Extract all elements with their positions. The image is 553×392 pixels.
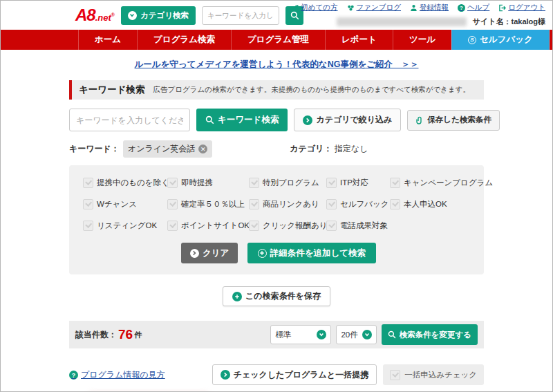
checkbox-self-apply-ok[interactable]: 本人申込OK <box>390 199 493 209</box>
selfback-s-icon: S <box>468 36 476 44</box>
checkbox-icon <box>390 370 400 380</box>
plus-icon <box>232 292 242 301</box>
link-beginner-label: 初めての方 <box>301 3 337 12</box>
sort-select[interactable]: 標準 <box>270 325 331 344</box>
link-fanblog-label: ファンブログ <box>357 3 401 12</box>
detail-search-button[interactable]: 詳細条件を追加して検索 <box>247 243 376 263</box>
section-description: 広告プログラムの検索ができます。未提携のものから提携中のものまですべて検索ができ… <box>153 85 470 95</box>
nav-item-selfback[interactable]: S セルフバック <box>451 30 550 50</box>
results-count-value: 76 <box>118 327 133 342</box>
per-page-value: 20件 <box>341 330 357 340</box>
nav-tool-label: ツール <box>409 34 435 46</box>
logo-suffix: .net <box>95 12 111 23</box>
checkbox-click-reward[interactable]: クリック報酬あり <box>249 221 326 231</box>
keyword-tag-text: オンライン英会話 <box>128 143 195 155</box>
checkbox-confirm-rate-50[interactable]: 確定率５０％以上 <box>167 199 249 209</box>
results-count-unit: 件 <box>134 330 142 340</box>
checkbox-w-chance[interactable]: Wチャンス <box>83 199 167 209</box>
clover-icon <box>347 4 355 12</box>
results-count-label: 該当件数： <box>75 329 117 341</box>
checkbox-phone-result[interactable]: 電話成果対象 <box>326 221 390 231</box>
change-conditions-button[interactable]: 検索条件を変更する <box>382 324 478 345</box>
checkbox-icon <box>390 199 400 209</box>
nav-report-label: レポート <box>341 34 377 46</box>
clear-button[interactable]: クリア <box>181 243 238 263</box>
checkbox-icon <box>83 221 93 231</box>
nav-program-manage-label: プログラム管理 <box>247 34 309 46</box>
category-group: カテゴリ： 指定なし <box>290 143 368 155</box>
keyword-label: キーワード： <box>69 143 120 155</box>
link-help-label: ヘルプ <box>467 3 489 12</box>
nav-program-search-label: プログラム検索 <box>153 34 215 46</box>
batch-check-toggle[interactable]: 一括申込みチェック <box>383 364 484 385</box>
paperclip-icon <box>415 116 424 124</box>
keyword-search-input[interactable] <box>69 109 190 131</box>
clear-label: クリア <box>203 248 229 259</box>
chevron-down-icon <box>128 11 137 20</box>
detail-search-label: 詳細条件を追加して検索 <box>270 248 366 259</box>
logo-registered-mark: ® <box>111 12 115 17</box>
link-logout[interactable]: ログアウト <box>498 3 545 12</box>
keyword-search-button[interactable]: キーワード検索 <box>196 109 288 131</box>
save-condition-label: この検索条件を保存 <box>245 290 321 302</box>
remove-keyword-icon[interactable]: ✕ <box>198 144 207 153</box>
checkbox-label: 電話成果対象 <box>340 221 388 231</box>
site-info-row: サイト名：takalog様 <box>291 17 545 27</box>
plus-icon <box>258 249 267 258</box>
link-help[interactable]: ? ヘルプ <box>458 3 489 12</box>
nav-item-program-manage[interactable]: プログラム管理 <box>231 30 325 50</box>
category-value: 指定なし <box>335 144 368 153</box>
header-right: 初めての方 ファンブログ 登録情報 ? ヘルプ ログアウト <box>291 3 545 27</box>
link-registration[interactable]: 登録情報 <box>410 3 449 12</box>
checkbox-label: 商品リンクあり <box>263 199 319 209</box>
site-name-label: サイト名：takalog様 <box>473 17 545 27</box>
batch-check-label: 一括申込みチェック <box>404 370 477 380</box>
link-logout-label: ログアウト <box>508 3 545 12</box>
checkbox-instant-partnership[interactable]: 即時提携 <box>167 178 249 188</box>
checkbox-special-program[interactable]: 特別プログラム <box>249 178 326 188</box>
checkbox-campaign-program[interactable]: キャンペーンプログラム <box>390 178 493 188</box>
search-icon <box>388 330 396 339</box>
main-navigation: ホーム プログラム検索 プログラム管理 レポート ツール S セルフバック <box>1 30 552 50</box>
search-row: キーワード検索 カテゴリで絞り込み 保存した検索条件 <box>69 109 484 131</box>
checkbox-label: 本人申込OK <box>404 199 447 209</box>
checkbox-listing-ok[interactable]: リスティングOK <box>83 221 167 231</box>
sort-value: 標準 <box>275 330 291 340</box>
checkbox-label: 確定率５０％以上 <box>181 199 245 209</box>
results-bar: 該当件数： 76 件 標準 20件 <box>69 321 484 348</box>
checkbox-label: Wチャンス <box>97 199 137 209</box>
rules-notice-link[interactable]: ルールを守ってメディアを運営しよう！代表的なNG事例をご紹介 ＞＞ <box>69 59 484 71</box>
arrow-right-icon <box>221 370 230 380</box>
program-info-link[interactable]: ? プログラム情報の見方 <box>69 369 165 381</box>
category-search-button[interactable]: カテゴリ検索 <box>121 6 196 25</box>
checkbox-itp-support[interactable]: ITP対応 <box>326 178 390 188</box>
link-registration-label: 登録情報 <box>420 3 449 12</box>
category-filter-button[interactable]: カテゴリで絞り込み <box>294 109 401 131</box>
logo-text: A8 <box>75 6 95 24</box>
checkbox-selfback[interactable]: セルフバック <box>326 199 390 209</box>
checkbox-pointsite-ok[interactable]: ポイントサイトOK <box>167 221 249 231</box>
link-beginner[interactable]: 初めての方 <box>291 3 337 12</box>
checkbox-label: ポイントサイトOK <box>181 221 250 231</box>
checkbox-exclude-partnered[interactable]: 提携中のものを除く <box>83 178 167 188</box>
checkbox-icon <box>249 199 259 209</box>
per-page-select[interactable]: 20件 <box>336 325 376 344</box>
nav-item-tool[interactable]: ツール <box>393 30 451 50</box>
a8net-logo[interactable]: A8.net® <box>75 6 115 25</box>
panel-buttons: クリア 詳細条件を追加して検索 <box>83 243 474 263</box>
header-keyword-input[interactable] <box>202 6 279 25</box>
search-icon <box>205 115 214 124</box>
nav-home-label: ホーム <box>95 34 121 46</box>
checkbox-label: リスティングOK <box>97 221 157 231</box>
saved-conditions-button[interactable]: 保存した検索条件 <box>407 110 500 131</box>
link-fanblog[interactable]: ファンブログ <box>347 3 401 12</box>
nav-item-program-search[interactable]: プログラム検索 <box>137 30 231 50</box>
checkbox-icon <box>326 221 337 231</box>
save-condition-button[interactable]: この検索条件を保存 <box>223 286 330 306</box>
nav-item-report[interactable]: レポート <box>325 30 393 50</box>
keyword-search-label: キーワード検索 <box>218 114 279 126</box>
batch-apply-button[interactable]: チェックしたプログラムと一括提携 <box>212 364 377 385</box>
nav-item-home[interactable]: ホーム <box>78 30 137 50</box>
help-icon: ? <box>458 4 465 12</box>
checkbox-product-link[interactable]: 商品リンクあり <box>249 199 326 209</box>
